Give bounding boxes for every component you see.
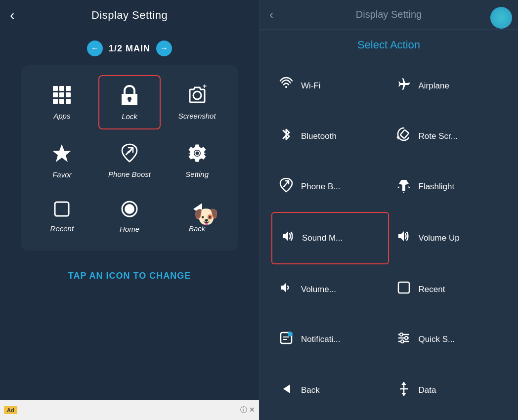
svg-line-25 [398, 187, 399, 188]
left-header: ‹ Display Setting [0, 0, 259, 31]
close-ad-button[interactable]: ✕ [249, 406, 255, 415]
svg-rect-7 [59, 99, 64, 104]
notification-label: Notificati... [301, 335, 340, 344]
airplane-icon [396, 77, 412, 94]
quick-settings-icon [396, 331, 412, 349]
action-back[interactable]: Back [271, 365, 389, 416]
left-title: Display Setting [91, 9, 168, 22]
svg-rect-0 [53, 86, 58, 91]
right-back-button[interactable]: ‹ [269, 8, 273, 22]
screenshot-icon: + [187, 84, 208, 109]
grid-item-favor[interactable]: Favor [31, 134, 93, 187]
phone-boost-label: Phone Boost [108, 170, 151, 178]
action-flashlight[interactable]: Flashlight [389, 162, 507, 212]
action-recent[interactable]: Recent [389, 264, 507, 315]
volume-up-label: Volume Up [419, 233, 460, 243]
ad-bar: Ad ⓘ ✕ [0, 400, 259, 420]
ad-close-icons: ⓘ ✕ [240, 406, 255, 415]
action-phone-boost[interactable]: Phone B... [271, 162, 389, 212]
airplane-label: Airplane [419, 81, 449, 91]
tap-instruction: TAP AN ICON TO CHANGE [68, 271, 191, 281]
svg-point-30 [288, 332, 293, 336]
wifi-icon [278, 77, 294, 94]
action-volume-down[interactable]: Volume... [271, 264, 389, 315]
right-panel: ‹ Display Setting Select Action Wi-Fi [259, 0, 518, 420]
rotate-icon [396, 127, 412, 145]
right-header: ‹ Display Setting [259, 0, 518, 30]
svg-rect-4 [59, 92, 64, 97]
grid-item-home[interactable]: Home [98, 192, 161, 241]
data-label: Data [419, 385, 436, 395]
volume-up-icon [396, 229, 412, 247]
action-volume-up[interactable]: Volume Up [389, 212, 507, 264]
action-grid: Wi-Fi Airplane Bluetooth [259, 57, 518, 420]
svg-point-22 [285, 86, 287, 88]
back-action-label: Back [301, 385, 320, 395]
svg-rect-28 [398, 282, 409, 293]
action-quick-settings[interactable]: Quick S... [389, 315, 507, 365]
info-icon[interactable]: ⓘ [240, 406, 247, 415]
svg-marker-42 [401, 393, 406, 396]
phone-boost-action-icon [278, 178, 294, 196]
setting-icon [187, 143, 208, 167]
apps-label: Apps [53, 112, 70, 120]
next-page-button[interactable]: → [156, 41, 172, 56]
favor-icon [51, 142, 73, 168]
svg-point-37 [405, 336, 408, 339]
grid-item-lock[interactable]: Lock [98, 75, 161, 129]
volume-down-icon [278, 280, 294, 298]
page-text: 1/2 MAIN [109, 43, 150, 54]
favor-label: Favor [52, 170, 71, 179]
notification-icon [278, 331, 294, 348]
action-wifi[interactable]: Wi-Fi [271, 61, 389, 111]
cyan-circle [490, 7, 512, 29]
action-data[interactable]: Data [389, 365, 507, 416]
svg-point-38 [401, 340, 404, 343]
select-action-title: Select Action [357, 39, 420, 51]
svg-rect-6 [53, 99, 58, 104]
svg-rect-10 [129, 99, 130, 102]
wifi-label: Wi-Fi [301, 81, 321, 91]
svg-rect-18 [55, 202, 69, 216]
lock-label: Lock [122, 112, 137, 121]
page-indicator: ← 1/2 MAIN → [87, 41, 172, 56]
rotate-screen-label: Rote Scr... [419, 131, 458, 141]
prev-page-button[interactable]: ← [87, 41, 103, 56]
phone-boost-action-label: Phone B... [301, 182, 340, 192]
pug-emoji: 🐶 [194, 205, 218, 228]
action-rotate-screen[interactable]: Rote Scr... [389, 111, 507, 162]
right-title: Display Setting [356, 9, 422, 20]
ad-label: Ad [4, 406, 17, 414]
bluetooth-label: Bluetooth [301, 131, 337, 141]
action-airplane[interactable]: Airplane [389, 61, 507, 111]
svg-rect-3 [53, 92, 58, 97]
recent-icon [53, 200, 71, 221]
action-notification[interactable]: Notificati... [271, 315, 389, 365]
recent-action-label: Recent [419, 285, 445, 294]
svg-point-11 [193, 91, 201, 99]
action-bluetooth[interactable]: Bluetooth [271, 111, 389, 162]
action-sound-mode[interactable]: Sound M... [271, 212, 389, 264]
svg-marker-13 [52, 144, 71, 162]
grid-item-setting[interactable]: Setting [166, 134, 228, 187]
svg-rect-1 [59, 86, 64, 91]
svg-point-20 [125, 204, 134, 214]
home-label: Home [120, 225, 139, 233]
svg-marker-41 [401, 382, 406, 385]
grid-item-apps[interactable]: Apps [31, 75, 93, 129]
volume-down-label: Volume... [301, 285, 336, 294]
lock-icon [120, 84, 139, 109]
svg-rect-24 [400, 129, 408, 138]
grid-item-screenshot[interactable]: + Screenshot [166, 75, 228, 129]
left-back-button[interactable]: ‹ [10, 7, 14, 23]
bluetooth-icon [278, 126, 294, 146]
recent-action-icon [396, 281, 412, 298]
home-icon [120, 200, 139, 222]
grid-item-phone-boost[interactable]: Phone Boost [98, 134, 161, 187]
data-icon [396, 381, 412, 400]
sound-mode-label: Sound M... [302, 233, 343, 243]
phone-boost-icon [119, 143, 140, 167]
svg-point-36 [400, 333, 403, 336]
apps-icon [51, 84, 72, 109]
grid-item-recent[interactable]: Recent [31, 192, 93, 241]
